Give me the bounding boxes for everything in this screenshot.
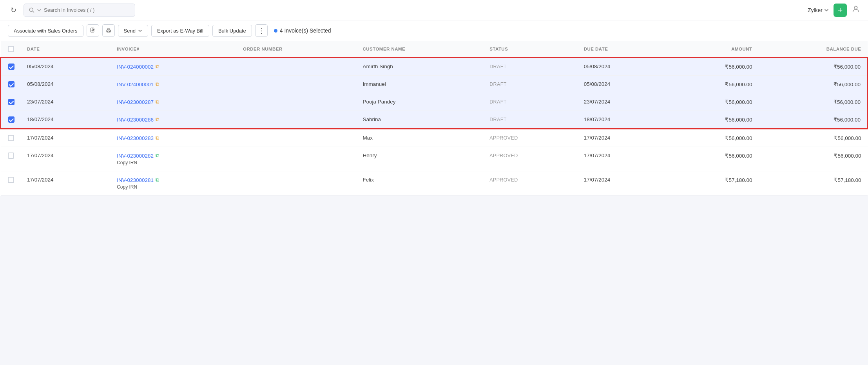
row-checkbox[interactable] [8,116,14,123]
row-order-number [237,76,356,93]
row-checkbox-cell[interactable] [1,129,21,147]
row-due-date: 17/07/2024 [578,171,667,196]
invoice-copy-icon: ⧉ [156,177,159,183]
user-icon[interactable] [852,5,860,15]
row-invoice: INV-023000283⧉ [111,129,237,147]
copy-irn-label[interactable]: Copy IRN [117,160,230,165]
invoice-link[interactable]: INV-023000282⧉ [117,153,230,159]
row-status: APPROVED [483,129,577,147]
svg-rect-3 [91,28,94,32]
row-checkbox-cell[interactable] [1,171,21,196]
row-date: 17/07/2024 [21,171,111,196]
row-checkbox[interactable] [8,99,14,105]
invoices-table: DATE INVOICE# ORDER NUMBER CUSTOMER NAME… [0,41,868,196]
col-balance-due: BALANCE DUE [758,41,867,58]
row-balance-due: ₹56,000.00 [758,76,867,93]
top-nav: ↻ Zylker + [0,0,868,20]
invoice-link[interactable]: INV-024000002⧉ [117,64,230,70]
row-balance-due: ₹56,000.00 [758,129,867,147]
search-dropdown-icon[interactable] [37,8,42,13]
row-customer-name: Felix [357,171,484,196]
row-checkbox[interactable] [8,135,14,141]
invoice-link[interactable]: INV-024000001⧉ [117,81,230,87]
row-balance-due: ₹56,000.00 [758,147,867,171]
associate-with-sales-orders-button[interactable]: Associate with Sales Orders [8,25,83,37]
toolbar: Associate with Sales Orders Send Export … [0,20,868,41]
row-invoice: INV-023000286⧉ [111,111,237,129]
row-amount: ₹56,000.00 [667,93,759,111]
row-amount: ₹56,000.00 [667,147,759,171]
row-date: 17/07/2024 [21,129,111,147]
row-due-date: 18/07/2024 [578,111,667,129]
row-customer-name: Henry [357,147,484,171]
more-options-button[interactable]: ⋮ [255,24,268,37]
svg-line-1 [33,11,34,12]
invoice-copy-icon: ⧉ [156,116,159,123]
invoice-copy-icon: ⧉ [156,81,159,87]
row-amount: ₹56,000.00 [667,76,759,93]
send-button[interactable]: Send [118,25,148,37]
row-balance-due: ₹56,000.00 [758,93,867,111]
row-checkbox[interactable] [8,153,14,159]
row-checkbox[interactable] [8,81,14,87]
row-date: 18/07/2024 [21,111,111,129]
invoice-copy-icon: ⧉ [156,153,159,159]
row-balance-due: ₹56,000.00 [758,58,867,76]
invoices-table-container: DATE INVOICE# ORDER NUMBER CUSTOMER NAME… [0,41,868,196]
row-due-date: 05/08/2024 [578,76,667,93]
invoice-link[interactable]: INV-023000281⧉ [117,177,230,183]
select-all-header[interactable] [1,41,21,58]
row-order-number [237,129,356,147]
col-order-number: ORDER NUMBER [237,41,356,58]
org-dropdown-icon [824,8,829,13]
copy-irn-label[interactable]: Copy IRN [117,184,230,190]
row-order-number [237,93,356,111]
row-status: APPROVED [483,147,577,171]
row-date: 05/08/2024 [21,58,111,76]
row-order-number [237,111,356,129]
row-customer-name: Max [357,129,484,147]
row-checkbox-cell[interactable] [1,76,21,93]
search-icon [29,7,34,13]
col-date: DATE [21,41,111,58]
row-status: DRAFT [483,58,577,76]
search-input[interactable] [44,7,130,13]
org-name[interactable]: Zylker [808,7,829,13]
pdf-icon-button[interactable] [87,24,99,37]
export-eway-bill-button[interactable]: Export as E-Way Bill [151,25,209,37]
search-bar [24,4,135,17]
invoice-link[interactable]: INV-023000287⧉ [117,99,230,105]
row-due-date: 17/07/2024 [578,147,667,171]
row-customer-name: Sabrina [357,111,484,129]
table-row: 05/08/2024INV-024000002⧉Amirth SinghDRAF… [1,58,868,76]
row-checkbox-cell[interactable] [1,58,21,76]
row-customer-name: Amirth Singh [357,58,484,76]
row-invoice: INV-023000282⧉Copy IRN [111,147,237,171]
select-all-checkbox[interactable] [8,46,14,52]
invoice-link[interactable]: INV-023000286⧉ [117,116,230,123]
row-due-date: 23/07/2024 [578,93,667,111]
selected-badge: 4 Invoice(s) Selected [274,27,331,34]
blue-dot-icon [274,29,277,33]
row-checkbox-cell[interactable] [1,93,21,111]
row-invoice: INV-024000002⧉ [111,58,237,76]
row-checkbox-cell[interactable] [1,147,21,171]
row-date: 17/07/2024 [21,147,111,171]
row-status: DRAFT [483,76,577,93]
row-balance-due: ₹57,180.00 [758,171,867,196]
row-date: 23/07/2024 [21,93,111,111]
invoice-link[interactable]: INV-023000283⧉ [117,135,230,141]
row-status: DRAFT [483,111,577,129]
table-row: 05/08/2024INV-024000001⧉ImmanuelDRAFT05/… [1,76,868,93]
table-header-row: DATE INVOICE# ORDER NUMBER CUSTOMER NAME… [1,41,868,58]
row-invoice: INV-024000001⧉ [111,76,237,93]
row-customer-name: Pooja Pandey [357,93,484,111]
print-icon-button[interactable] [102,24,115,37]
row-order-number [237,171,356,196]
row-checkbox[interactable] [8,177,14,183]
add-button[interactable]: + [834,4,847,17]
bulk-update-button[interactable]: Bulk Update [212,25,252,37]
row-checkbox[interactable] [8,64,14,70]
row-checkbox-cell[interactable] [1,111,21,129]
refresh-button[interactable]: ↻ [8,5,19,16]
